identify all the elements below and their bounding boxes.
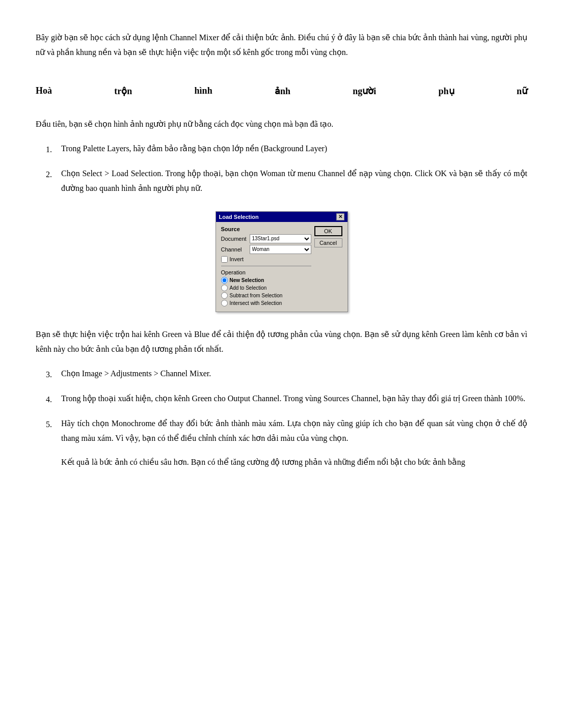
step-4-number: 4. xyxy=(46,391,61,407)
radio-intersect-selection[interactable]: Intersect with Selection xyxy=(221,300,311,306)
step-2-number: 2. xyxy=(46,166,61,182)
dialog-title-bar: Load Selection ✕ xyxy=(216,212,347,222)
step-3-text: Chọn Image > Adjustments > Channel Mixer… xyxy=(61,367,527,381)
operation-label: Operation xyxy=(221,269,311,275)
invert-row: Invert xyxy=(221,256,311,263)
section-title-word-2: trộn xyxy=(114,86,132,97)
invert-checkbox[interactable] xyxy=(221,256,228,263)
radio-intersect-label: Intersect with Selection xyxy=(230,300,282,306)
text-block-green-blue: Bạn sẽ thực hiện việc trộn hai kênh Gree… xyxy=(36,327,527,357)
step-3-number: 3. xyxy=(46,367,61,382)
step-1: 1. Trong Palette Layers, hãy đảm bảo rằn… xyxy=(46,142,527,157)
radio-subtract-selection[interactable]: Subtract from Selection xyxy=(221,292,311,299)
dialog-body: Source Document 13Star1.psd Channel Woma… xyxy=(216,222,347,312)
dialog-title: Load Selection xyxy=(219,214,259,220)
section-title: Hoà trộn hình ảnh người phụ nữ xyxy=(36,80,527,102)
invert-label: Invert xyxy=(230,256,244,262)
section-title-word-7: nữ xyxy=(517,86,527,97)
dialog-buttons-panel: OK Cancel xyxy=(314,226,342,307)
final-text: Kết quả là bức ảnh có chiều sâu hơn. Bạn… xyxy=(61,455,527,470)
step-5: 5. Hãy tích chọn Monochrome để thay đổi … xyxy=(46,416,527,446)
cancel-button[interactable]: Cancel xyxy=(314,238,342,247)
dialog-container: Load Selection ✕ Source Document 13Star1… xyxy=(36,211,527,312)
step-3: 3. Chọn Image > Adjustments > Channel Mi… xyxy=(46,367,527,382)
dialog-divider xyxy=(221,266,311,266)
section-title-word-5: người xyxy=(353,86,376,97)
intro-paragraph: Bây giờ bạn sẽ học cách sử dụng lệnh Cha… xyxy=(36,31,527,60)
radio-new-selection-label: New Selection xyxy=(230,277,264,283)
step-5-text: Hãy tích chọn Monochrome để thay đổi bức… xyxy=(61,416,527,446)
dialog-main-panel: Source Document 13Star1.psd Channel Woma… xyxy=(221,226,311,307)
source-label: Source xyxy=(221,226,311,232)
step-1-number: 1. xyxy=(46,142,61,157)
load-selection-dialog[interactable]: Load Selection ✕ Source Document 13Star1… xyxy=(216,211,348,312)
document-label: Document xyxy=(221,236,248,242)
step-4: 4. Trong hộp thoại xuất hiện, chọn kênh … xyxy=(46,391,527,407)
channel-row: Channel Woman xyxy=(221,245,311,254)
radio-subtract-label: Subtract from Selection xyxy=(230,293,283,298)
steps-list: 1. Trong Palette Layers, hãy đảm bảo rằn… xyxy=(36,142,527,195)
sub-intro-paragraph: Đầu tiên, bạn sẽ chọn hình ảnh người phụ… xyxy=(36,117,527,132)
dialog-close-button[interactable]: ✕ xyxy=(336,213,344,220)
section-title-word-1: Hoà xyxy=(36,86,52,97)
channel-label: Channel xyxy=(221,246,248,253)
radio-add-label: Add to Selection xyxy=(230,285,267,291)
radio-add-selection[interactable]: Add to Selection xyxy=(221,285,311,291)
section-title-word-4: ảnh xyxy=(275,86,290,97)
step-2-text: Chọn Select > Load Selection. Trong hộp … xyxy=(61,166,527,196)
section-title-word-3: hình xyxy=(195,86,212,97)
document-select[interactable]: 13Star1.psd xyxy=(250,234,311,243)
radio-new-selection[interactable]: New Selection xyxy=(221,277,311,284)
step-5-number: 5. xyxy=(46,416,61,432)
step-1-text: Trong Palette Layers, hãy đảm bảo rằng b… xyxy=(61,142,527,156)
step-4-text: Trong hộp thoại xuất hiện, chọn kênh Gre… xyxy=(61,391,527,406)
step-2: 2. Chọn Select > Load Selection. Trong h… xyxy=(46,166,527,196)
section-title-word-6: phụ xyxy=(439,86,454,97)
continuation-steps-list: 3. Chọn Image > Adjustments > Channel Mi… xyxy=(36,367,527,445)
document-row: Document 13Star1.psd xyxy=(221,234,311,243)
ok-button[interactable]: OK xyxy=(314,226,342,236)
channel-select[interactable]: Woman xyxy=(250,245,311,254)
